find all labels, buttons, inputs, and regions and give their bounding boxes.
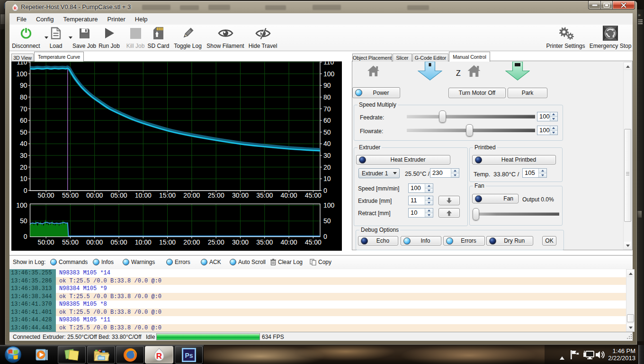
maximize-button[interactable] [600, 1, 613, 9]
toggle-log-button[interactable]: Toggle Log [172, 27, 203, 49]
disconnect-button[interactable]: Disconnect [11, 27, 41, 49]
close-button[interactable] [612, 1, 635, 9]
turn-motor-off-button[interactable]: Turn Motor Off [448, 88, 506, 98]
spin-down-icon[interactable] [425, 200, 433, 205]
flowrate-input[interactable]: 100 [537, 126, 558, 135]
taskbar-sticky-notes-button[interactable] [58, 346, 86, 364]
log-filter-commands[interactable]: Commands [50, 259, 88, 265]
scroll-up-icon[interactable] [624, 63, 631, 70]
menu-config[interactable]: Config [31, 14, 59, 24]
menu-printer[interactable]: Printer [103, 14, 130, 24]
log-filter-warnings[interactable]: Warnings [123, 259, 155, 265]
retract-button[interactable] [438, 208, 460, 218]
printbed-target-input-spinner[interactable] [538, 169, 546, 177]
start-button[interactable] [4, 346, 22, 364]
resize-grip[interactable] [627, 334, 632, 339]
load-dropdown-icon[interactable] [69, 36, 72, 39]
action-center-flag-icon[interactable] [570, 350, 580, 362]
taskbar-photoshop-button[interactable]: Ps [175, 346, 203, 364]
spin-up-icon[interactable] [539, 169, 546, 173]
menu-temperature[interactable]: Temperature [59, 14, 103, 24]
manual-control-scrollbar-thumb[interactable] [624, 129, 631, 222]
feedrate-input[interactable]: 100 [537, 112, 558, 121]
spin-down-icon[interactable] [425, 188, 433, 193]
sd-card-button[interactable]: SD Card [147, 27, 170, 49]
scroll-down-icon[interactable] [624, 242, 631, 249]
extrude-input[interactable]: 11 [408, 196, 433, 205]
flowrate-slider-thumb[interactable] [466, 124, 473, 136]
log-filter-infos[interactable]: Infos [93, 259, 114, 265]
tab-g-code-editor[interactable]: G-Code Editor [412, 54, 448, 62]
move-y-down-button[interactable] [418, 62, 442, 82]
debug-echo-button[interactable]: Echo [358, 236, 398, 246]
save-job-button[interactable]: Save Job [72, 27, 96, 49]
feedrate-slider-thumb[interactable] [439, 110, 446, 123]
show-filament-button[interactable]: Show Filament [206, 27, 245, 49]
spin-down-icon[interactable] [550, 130, 557, 135]
scroll-down-icon[interactable] [627, 324, 634, 331]
manual-control-scrollbar[interactable] [623, 62, 632, 250]
run-job-button[interactable]: Run Job [97, 27, 121, 49]
taskbar-windows-explorer-button[interactable] [87, 346, 115, 364]
extruder-speed-input[interactable]: 100 [408, 183, 433, 193]
log-scrollbar-thumb[interactable] [627, 314, 634, 322]
extruder-target-input-spinner[interactable] [451, 169, 459, 177]
ok-button[interactable]: OK [542, 236, 556, 246]
taskbar-repetier-host-button[interactable]: R [145, 346, 173, 364]
flowrate-input-spinner[interactable] [550, 126, 557, 135]
fan-button[interactable]: Fan [472, 194, 519, 203]
spin-up-icon[interactable] [425, 209, 433, 213]
network-icon[interactable] [583, 350, 595, 362]
spin-up-icon[interactable] [451, 169, 459, 173]
extruder-speed-input-spinner[interactable] [425, 184, 433, 192]
clear-log-button[interactable]: Clear Log [270, 259, 303, 265]
feedrate-slider[interactable] [407, 115, 535, 118]
hide-travel-button[interactable]: Hide Travel [247, 27, 278, 49]
spin-down-icon[interactable] [550, 117, 557, 121]
extrude-input-spinner[interactable] [425, 196, 433, 205]
feedrate-input-spinner[interactable] [550, 112, 557, 121]
log-filter-ack[interactable]: ACK [201, 259, 221, 265]
show-desktop-button[interactable] [638, 345, 644, 364]
tab-manual-control[interactable]: Manual Control [449, 52, 490, 62]
tab-slicer[interactable]: Slicer [393, 54, 412, 62]
tab-object-placement[interactable]: Object Placement [352, 54, 392, 62]
windows-media-player-icon[interactable] [36, 349, 48, 364]
spin-up-icon[interactable] [425, 196, 433, 200]
fan-slider-thumb[interactable] [473, 208, 479, 220]
retract-input-spinner[interactable] [425, 209, 433, 217]
debug-info-button[interactable]: Info [401, 236, 441, 246]
extrude-button[interactable] [438, 196, 460, 205]
log-list[interactable]: 13:46:35.255N98383 M105 *1413:46:35.286o… [9, 269, 626, 332]
taskbar-clock[interactable]: 1:46 PM 2/22/2013 [598, 347, 635, 362]
log-filter-errors[interactable]: Errors [166, 259, 190, 265]
tab-temperature-curve[interactable]: Temperature Curve [34, 52, 84, 62]
spin-down-icon[interactable] [451, 173, 459, 178]
move-z-down-button[interactable] [505, 62, 530, 82]
heat-printbed-button[interactable]: Heat Printbed [472, 155, 556, 164]
scroll-up-icon[interactable] [627, 270, 634, 277]
copy-button[interactable]: Copy [310, 259, 331, 265]
load-button[interactable]: Load [46, 27, 65, 49]
spin-down-icon[interactable] [425, 213, 433, 218]
menu-help[interactable]: Help [130, 14, 152, 24]
heat-extruder-button[interactable]: Heat Extruder [356, 155, 450, 164]
home-z-button[interactable] [467, 64, 481, 79]
menu-file[interactable]: File [12, 14, 31, 24]
home-x-button[interactable] [367, 65, 380, 79]
extruder-target-input[interactable]: 230 [430, 168, 459, 178]
show-hidden-icons-icon[interactable] [559, 354, 565, 362]
debug-dry-run-button[interactable]: Dry Run [486, 236, 533, 246]
emergency-stop-button[interactable]: Emergency Stop [589, 27, 632, 49]
fan-slider[interactable] [475, 212, 559, 216]
spin-up-icon[interactable] [425, 184, 433, 188]
power-button[interactable]: Power [352, 87, 400, 98]
log-filter-auto-scroll[interactable]: Auto Scroll [230, 259, 266, 265]
printbed-target-input[interactable]: 105 [522, 168, 547, 178]
spin-down-icon[interactable] [539, 173, 546, 178]
spin-up-icon[interactable] [550, 112, 557, 117]
minimize-button[interactable] [588, 1, 601, 9]
debug-errors-button[interactable]: Errors [443, 236, 485, 246]
log-scrollbar[interactable] [626, 269, 635, 332]
tab-3d-view[interactable]: 3D View [11, 54, 34, 62]
